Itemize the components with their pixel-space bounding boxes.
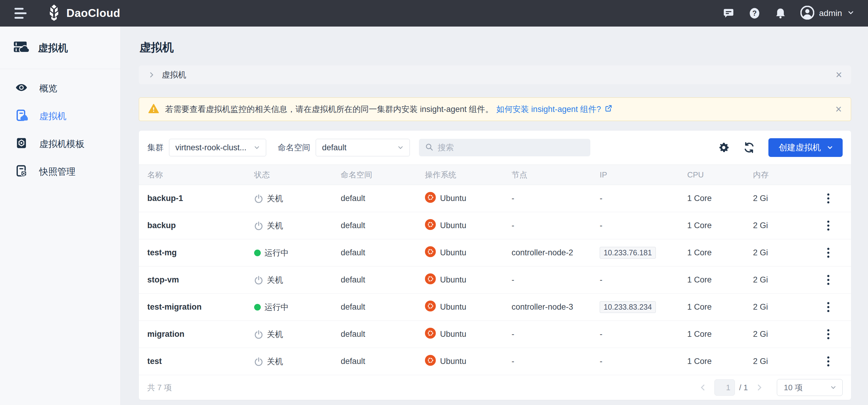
- row-actions-kebab-icon[interactable]: [826, 219, 831, 232]
- sidebar-nav: 概览 虚拟机 虚拟机模板: [0, 69, 120, 186]
- vm-node: -: [512, 357, 600, 366]
- sidebar-item-label: 快照管理: [39, 166, 75, 178]
- vm-memory: 2 Gi: [753, 194, 816, 203]
- vm-ip-chip: -: [600, 275, 602, 285]
- row-actions-kebab-icon[interactable]: [826, 328, 831, 341]
- help-icon[interactable]: ?: [748, 7, 761, 19]
- user-menu[interactable]: admin: [800, 6, 855, 21]
- row-actions-kebab-icon[interactable]: [826, 300, 831, 314]
- create-vm-button[interactable]: 创建虚拟机: [768, 138, 843, 157]
- vm-ip-chip: 10.233.76.181: [600, 247, 656, 259]
- status-power-icon: [254, 194, 263, 203]
- vm-os: Ubuntu: [425, 355, 512, 368]
- sidebar-item-virtual-machines[interactable]: 虚拟机: [0, 102, 120, 130]
- search-box: [419, 139, 590, 156]
- vm-memory: 2 Gi: [753, 357, 816, 366]
- status-running-dot: [254, 304, 261, 311]
- vm-node: -: [512, 330, 600, 339]
- vm-cpu: 1 Core: [687, 330, 753, 339]
- refresh-icon[interactable]: [743, 142, 755, 154]
- vm-memory: 2 Gi: [753, 330, 816, 339]
- vm-node: controller-node-2: [512, 248, 600, 257]
- ubuntu-logo-icon: [425, 355, 436, 368]
- vm-name: test-mg: [147, 248, 254, 257]
- status-power-icon: [254, 357, 263, 366]
- filter-toolbar: 集群 virtnest-rook-clust... 命名空间 default: [139, 131, 851, 164]
- table-row: stop-vm 关机 default: [139, 267, 851, 293]
- row-actions-kebab-icon[interactable]: [826, 246, 831, 259]
- sidebar-item-vm-templates[interactable]: 虚拟机模板: [0, 130, 120, 158]
- row-actions-kebab-icon[interactable]: [826, 192, 831, 205]
- messages-icon[interactable]: [722, 7, 735, 19]
- breadcrumb-item[interactable]: 虚拟机: [162, 69, 186, 80]
- settings-gear-icon[interactable]: [718, 142, 730, 154]
- namespace-select[interactable]: default: [316, 139, 410, 156]
- vm-os: Ubuntu: [425, 273, 512, 286]
- ubuntu-logo-icon: [425, 192, 436, 205]
- alert-text: 若需要查看虚拟机监控的相关信息，请在虚拟机所在的同一集群内安装 insight-…: [165, 104, 493, 115]
- search-input[interactable]: [438, 143, 584, 152]
- row-actions-kebab-icon[interactable]: [826, 354, 831, 368]
- vm-os: Ubuntu: [425, 301, 512, 314]
- vm-cpu: 1 Core: [687, 194, 753, 203]
- chevron-down-icon: [826, 144, 834, 151]
- vm-name: backup-1: [147, 194, 254, 203]
- ubuntu-logo-icon: [425, 219, 436, 232]
- table-row: test-migration 运行中 default: [139, 293, 851, 321]
- vm-namespace: default: [341, 357, 425, 366]
- vm-cpu: 1 Core: [687, 221, 753, 230]
- vm-node: -: [512, 194, 600, 203]
- table-row: test 关机 default: [139, 348, 851, 375]
- vm-os: Ubuntu: [425, 219, 512, 232]
- table-row: test-mg 运行中 default: [139, 239, 851, 267]
- user-chevron-down-icon: [847, 9, 855, 18]
- vm-ip-chip: -: [600, 221, 602, 230]
- daocloud-logo-icon: [46, 4, 62, 22]
- sidebar-item-overview[interactable]: 概览: [0, 74, 120, 102]
- brand[interactable]: DaoCloud: [46, 4, 120, 22]
- eye-icon: [15, 81, 28, 96]
- table-header: 名称状态 命名空间操作系统 节点IP CPU内存: [139, 164, 851, 185]
- chevron-down-icon: [397, 144, 404, 151]
- page-count: / 1: [739, 383, 748, 392]
- row-actions-kebab-icon[interactable]: [826, 273, 831, 287]
- cluster-label: 集群: [147, 142, 163, 153]
- sidebar-module-header: 虚拟机: [0, 27, 120, 69]
- current-page-input[interactable]: 1: [714, 379, 735, 396]
- vm-name: migration: [147, 330, 254, 339]
- table-row: backup-1 关机 default: [139, 185, 851, 212]
- cluster-select[interactable]: virtnest-rook-clust...: [169, 139, 266, 156]
- vm-ip-chip: -: [600, 194, 602, 203]
- vm-status: 运行中: [254, 302, 341, 313]
- alert-link[interactable]: 如何安装 insight-agent 组件?: [496, 104, 613, 115]
- vm-memory: 2 Gi: [753, 302, 816, 312]
- vm-icon: [15, 109, 28, 124]
- next-page-icon[interactable]: [753, 381, 765, 394]
- vm-status: 关机: [254, 275, 341, 285]
- status-power-icon: [254, 276, 263, 285]
- prev-page-icon[interactable]: [697, 381, 709, 394]
- menu-toggle-icon[interactable]: [14, 7, 28, 19]
- breadcrumb: 虚拟机 ×: [139, 65, 851, 84]
- alert-close-icon[interactable]: ×: [835, 104, 842, 115]
- vm-name: stop-vm: [147, 275, 254, 285]
- vm-status: 关机: [254, 329, 341, 340]
- snapshot-icon: [15, 164, 28, 179]
- vm-status: 运行中: [254, 247, 341, 258]
- notifications-bell-icon[interactable]: [774, 7, 786, 19]
- breadcrumb-chevron-icon: [148, 71, 155, 79]
- total-count: 共 7 项: [147, 382, 172, 393]
- status-running-dot: [254, 250, 261, 256]
- sidebar-item-snapshots[interactable]: 快照管理: [0, 158, 120, 186]
- breadcrumb-close-icon[interactable]: ×: [836, 69, 842, 80]
- page-size-select[interactable]: 10 项: [777, 379, 843, 396]
- vm-ip-chip: -: [600, 330, 602, 339]
- chevron-down-icon: [830, 384, 837, 391]
- table-row: migration 关机 default: [139, 321, 851, 348]
- vm-node: -: [512, 275, 600, 285]
- ubuntu-logo-icon: [425, 328, 436, 341]
- brand-name: DaoCloud: [66, 7, 120, 20]
- vm-template-icon: [15, 137, 28, 152]
- vm-module-icon: [13, 39, 29, 57]
- sidebar: 虚拟机 概览 虚拟机: [0, 27, 121, 405]
